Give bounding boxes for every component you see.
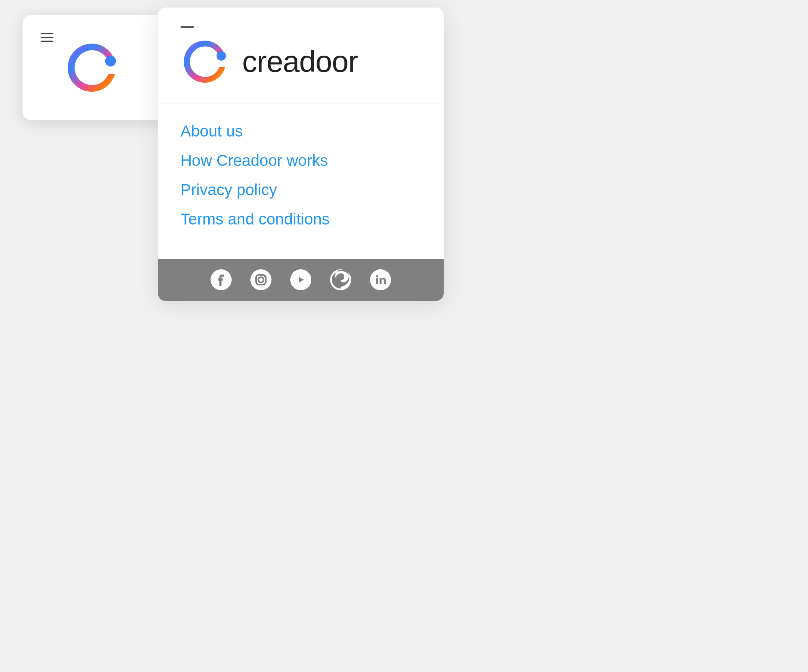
svg-point-12 <box>376 275 378 277</box>
nav-link-about-us[interactable]: About us <box>180 119 421 144</box>
logo-main <box>180 35 233 88</box>
nav-link-privacy-policy[interactable]: Privacy policy <box>180 177 421 203</box>
nav-link-how-creadoor-works[interactable]: How Creadoor works <box>180 148 421 173</box>
social-footer <box>158 259 444 301</box>
svg-point-1 <box>217 51 226 60</box>
svg-point-3 <box>250 269 272 290</box>
svg-point-0 <box>105 56 116 67</box>
small-card <box>23 15 165 120</box>
nav-link-terms-and-conditions[interactable]: Terms and conditions <box>180 206 421 232</box>
svg-point-6 <box>264 275 265 277</box>
logo-small <box>64 38 124 98</box>
instagram-icon[interactable] <box>250 269 272 290</box>
panel-header: creadoor <box>158 8 444 104</box>
svg-rect-11 <box>376 278 378 284</box>
brand-name: creadoor <box>242 44 358 79</box>
youtube-icon[interactable] <box>290 269 311 290</box>
main-menu-panel: creadoor About us How Creadoor works Pri… <box>158 8 444 301</box>
pinterest-icon[interactable] <box>330 269 351 290</box>
facebook-icon[interactable] <box>210 269 232 290</box>
logo-row: creadoor <box>180 35 421 88</box>
hamburger-menu-icon[interactable] <box>41 33 53 42</box>
minimize-bar <box>180 26 194 28</box>
panel-nav: About us How Creadoor works Privacy poli… <box>158 104 444 259</box>
linkedin-icon[interactable] <box>370 269 391 290</box>
